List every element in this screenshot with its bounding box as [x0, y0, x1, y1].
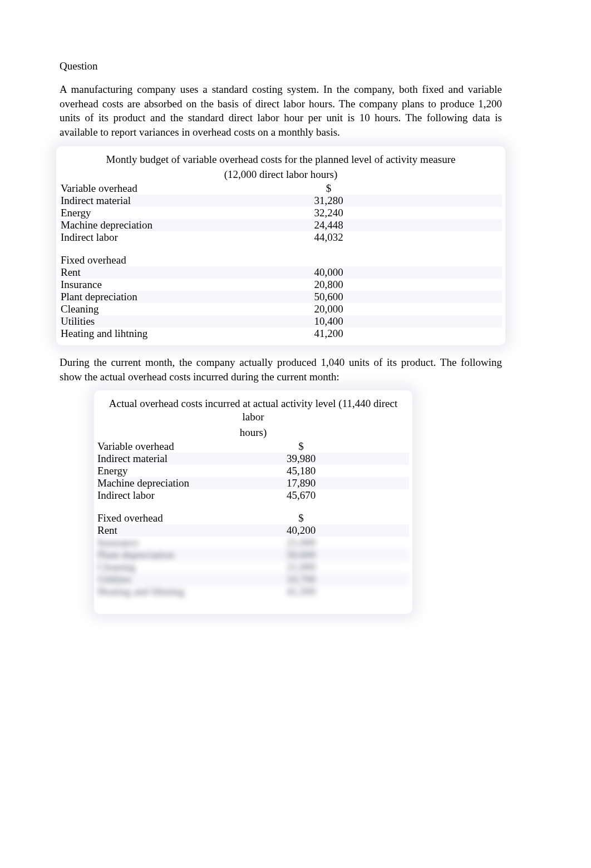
row-value: 21,000 — [193, 537, 409, 549]
row-value: 45,670 — [193, 489, 409, 502]
row-value: 50,600 — [193, 549, 409, 561]
row-value: 10,700 — [193, 573, 409, 586]
row-label: Cleaning — [60, 303, 155, 315]
row-label: Energy — [60, 207, 155, 219]
table-row: Variable overhead $ — [97, 440, 409, 453]
table-row: Variable overhead $ — [60, 182, 502, 195]
row-value: 40,000 — [155, 266, 502, 279]
table-row: Plant depreciation 50,600 — [60, 291, 502, 303]
budget-table-caption-1: Montly budget of variable overhead costs… — [60, 152, 502, 167]
question-heading: Question — [60, 60, 502, 72]
fixed-overhead-header: Fixed overhead — [97, 512, 193, 524]
row-value: 20,800 — [155, 279, 502, 291]
row-value: 20,000 — [155, 303, 502, 315]
row-value: 17,890 — [193, 477, 409, 489]
spacer-row — [97, 502, 409, 512]
row-label: Energy — [97, 465, 193, 477]
table-row: Plant depreciation 50,600 — [97, 549, 409, 561]
row-value: 44,032 — [155, 231, 502, 244]
currency-symbol: $ — [193, 440, 409, 453]
row-label: Indirect material — [60, 195, 155, 207]
variable-overhead-header: Variable overhead — [97, 440, 193, 453]
row-value: 45,180 — [193, 465, 409, 477]
currency-symbol: $ — [155, 182, 502, 195]
table-row: Utilities 10,400 — [60, 315, 502, 328]
table-row: Insurance 20,800 — [60, 279, 502, 291]
row-label: Rent — [97, 524, 193, 537]
fixed-overhead-header: Fixed overhead — [60, 254, 155, 266]
table-row: Heating and lihtning 41,500 — [97, 586, 409, 598]
table-row: Rent 40,200 — [97, 524, 409, 537]
table-row: Cleaning 21,000 — [97, 561, 409, 573]
actual-table-caption-2: hours) — [97, 425, 409, 440]
row-label: Machine depreciation — [97, 477, 193, 489]
table-row: Indirect labor 44,032 — [60, 231, 502, 244]
row-label: Rent — [60, 266, 155, 279]
row-value: 10,400 — [155, 315, 502, 328]
row-value: 24,448 — [155, 219, 502, 231]
row-value: 31,280 — [155, 195, 502, 207]
currency-symbol: $ — [193, 512, 409, 524]
middle-paragraph: During the current month, the company ac… — [60, 355, 502, 384]
row-label: Indirect material — [97, 453, 193, 465]
row-label: Heating and lihtning — [60, 328, 155, 340]
row-label: Utilities — [60, 315, 155, 328]
budget-table-caption-2: (12,000 direct labor hours) — [60, 167, 502, 182]
table-row: Energy 32,240 — [60, 207, 502, 219]
row-label: Machine depreciation — [60, 219, 155, 231]
budget-table: Montly budget of variable overhead costs… — [60, 150, 502, 343]
spacer-row — [60, 244, 502, 254]
spacer-row — [97, 598, 409, 608]
actual-table-caption-1: Actual overhead costs incurred at actual… — [97, 396, 409, 425]
row-label: Plant depreciation — [60, 291, 155, 303]
table-row: Indirect material 39,980 — [97, 453, 409, 465]
row-label: Cleaning — [97, 561, 193, 573]
table-row: Cleaning 20,000 — [60, 303, 502, 315]
row-label: Indirect labor — [60, 231, 155, 244]
row-label: Indirect labor — [97, 489, 193, 502]
blurred-content: Insurance 21,000 Plant depreciation 50,6… — [97, 537, 409, 598]
row-value: 50,600 — [155, 291, 502, 303]
table-row: Machine depreciation 24,448 — [60, 219, 502, 231]
row-label: Heating and lihtning — [97, 586, 193, 598]
table-row: Energy 45,180 — [97, 465, 409, 477]
row-label: Insurance — [97, 537, 193, 549]
table-row: Fixed overhead — [60, 254, 502, 266]
row-value: 21,000 — [193, 561, 409, 573]
variable-overhead-header: Variable overhead — [60, 182, 155, 195]
row-label: Utilities — [97, 573, 193, 586]
table-row: Insurance 21,000 — [97, 537, 409, 549]
row-label: Insurance — [60, 279, 155, 291]
row-value: 32,240 — [155, 207, 502, 219]
actual-table: Actual overhead costs incurred at actual… — [97, 394, 409, 610]
table-row: Indirect material 31,280 — [60, 195, 502, 207]
intro-paragraph: A manufacturing company uses a standard … — [60, 82, 502, 140]
table-row: Indirect labor 45,670 — [97, 489, 409, 502]
table-row: Fixed overhead $ — [97, 512, 409, 524]
table-row: Machine depreciation 17,890 — [97, 477, 409, 489]
row-value: 41,500 — [193, 586, 409, 598]
row-label: Plant depreciation — [97, 549, 193, 561]
row-value: 41,200 — [155, 328, 502, 340]
row-value: 39,980 — [193, 453, 409, 465]
table-row: Heating and lihtning 41,200 — [60, 328, 502, 340]
table-row: Rent 40,000 — [60, 266, 502, 279]
row-value: 40,200 — [193, 524, 409, 537]
table-row: Utilities 10,700 — [97, 573, 409, 586]
